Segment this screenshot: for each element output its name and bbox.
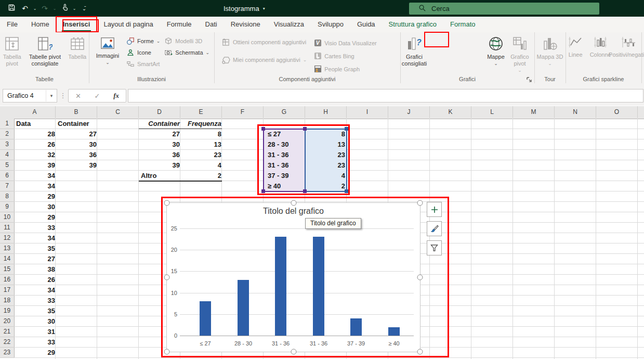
cell-D4[interactable]: 36 xyxy=(139,150,183,160)
touch-mouse-mode-icon[interactable] xyxy=(58,2,71,15)
pictures-dropdown-icon[interactable]: ⌄ xyxy=(106,59,110,66)
cell-A14[interactable]: 27 xyxy=(14,254,59,264)
undo-dropdown-icon[interactable]: ⌄ xyxy=(32,6,37,11)
cell-A15[interactable]: 38 xyxy=(14,264,59,275)
row-header-22[interactable]: 22 xyxy=(0,337,15,348)
tab-file[interactable]: File xyxy=(0,17,24,32)
column-header-L[interactable]: L xyxy=(471,106,513,118)
cell-A4[interactable]: 32 xyxy=(14,150,59,160)
touch-mode-dropdown-icon[interactable]: ⌄ xyxy=(72,6,77,11)
cell-D3[interactable]: 30 xyxy=(139,139,183,150)
row-header-5[interactable]: 5 xyxy=(0,160,15,171)
cell-A22[interactable]: 33 xyxy=(14,337,59,348)
column-header-A[interactable]: A xyxy=(14,106,56,118)
shapes-button[interactable]: Forme⌄ xyxy=(126,35,160,47)
cell-A10[interactable]: 29 xyxy=(14,212,59,223)
row-header-16[interactable]: 16 xyxy=(0,275,15,285)
cell-A2[interactable]: 28 xyxy=(14,129,59,139)
maps-button[interactable]: Mappe ⌄ xyxy=(484,33,507,76)
cell-E4[interactable]: 23 xyxy=(180,150,225,160)
row-header-18[interactable]: 18 xyxy=(0,296,15,306)
cell-B1[interactable]: Container xyxy=(56,119,99,129)
pictures-button[interactable]: Immagini ⌄ xyxy=(93,33,122,76)
document-title-dropdown-icon[interactable]: ▾ xyxy=(263,6,265,11)
cell-A19[interactable]: 35 xyxy=(14,306,59,316)
column-header-J[interactable]: J xyxy=(388,106,430,118)
recommended-pivot-button[interactable]: ? Tabelle pivot consigliate xyxy=(25,33,64,76)
cell-E6[interactable]: 2 xyxy=(180,171,225,181)
cell-A18[interactable]: 33 xyxy=(14,296,59,306)
tab-guida[interactable]: Guida xyxy=(350,17,382,32)
cell-A16[interactable]: 26 xyxy=(14,275,59,285)
name-box-dropdown-icon[interactable]: ▾ xyxy=(46,90,57,101)
customize-quick-access-icon[interactable]: ⌄̄ xyxy=(78,2,90,15)
cell-A5[interactable]: 39 xyxy=(14,160,59,171)
cancel-icon[interactable]: ✕ xyxy=(75,92,81,100)
row-header-1[interactable]: 1 xyxy=(0,119,15,129)
column-header-I[interactable]: I xyxy=(347,106,388,118)
cell-A9[interactable]: 30 xyxy=(14,202,59,212)
screenshot-button[interactable]: Schermata⌄ xyxy=(164,47,209,58)
tab-sviluppo[interactable]: Sviluppo xyxy=(311,17,350,32)
tab-formato[interactable]: Formato xyxy=(443,17,482,32)
column-header-M[interactable]: M xyxy=(513,106,555,118)
row-header-6[interactable]: 6 xyxy=(0,171,15,181)
cell-E2[interactable]: 8 xyxy=(180,129,225,139)
tab-struttura-grafico[interactable]: Struttura grafico xyxy=(382,17,444,32)
cell-D6[interactable]: Altro xyxy=(139,171,182,181)
enter-icon[interactable]: ✓ xyxy=(95,92,100,100)
row-header-7[interactable]: 7 xyxy=(0,181,15,191)
tab-revisione[interactable]: Revisione xyxy=(224,17,267,32)
cell-E5[interactable]: 4 xyxy=(180,160,225,171)
cell-A8[interactable]: 29 xyxy=(14,191,59,202)
row-header-14[interactable]: 14 xyxy=(0,254,15,264)
column-header-F[interactable]: F xyxy=(222,106,264,118)
cell-A13[interactable]: 35 xyxy=(14,243,59,254)
formula-input[interactable] xyxy=(128,89,643,102)
row-header-3[interactable]: 3 xyxy=(0,139,15,150)
name-box[interactable]: Grafico 4 ▾ xyxy=(3,89,57,102)
column-header-C[interactable]: C xyxy=(97,106,139,118)
maps-dropdown-icon[interactable]: ⌄ xyxy=(494,60,498,67)
tab-layout-di-pagina[interactable]: Layout di pagina xyxy=(97,17,160,32)
cell-A7[interactable]: 34 xyxy=(14,181,59,191)
cell-D5[interactable]: 39 xyxy=(139,160,183,171)
cell-E3[interactable]: 13 xyxy=(180,139,225,150)
column-header-O[interactable]: O xyxy=(596,106,638,118)
row-header-15[interactable]: 15 xyxy=(0,264,15,275)
column-header-B[interactable]: B xyxy=(56,106,97,118)
icons-button[interactable]: Icone xyxy=(126,47,160,58)
cell-A12[interactable]: 34 xyxy=(14,233,59,243)
cell-D2[interactable]: 27 xyxy=(139,129,183,139)
tab-formule[interactable]: Formule xyxy=(160,17,199,32)
cell-B5[interactable]: 39 xyxy=(56,160,100,171)
cell-A21[interactable]: 31 xyxy=(14,327,59,337)
row-header-9[interactable]: 9 xyxy=(0,202,15,212)
cell-B3[interactable]: 30 xyxy=(56,139,100,150)
row-header-8[interactable]: 8 xyxy=(0,191,15,202)
row-header-11[interactable]: 11 xyxy=(0,223,15,233)
cell-B2[interactable]: 27 xyxy=(56,129,100,139)
search-input[interactable]: Cerca xyxy=(409,3,599,15)
cell-A17[interactable]: 34 xyxy=(14,285,59,296)
cell-A1[interactable]: Data xyxy=(14,119,57,129)
undo-icon[interactable]: ↶ xyxy=(19,2,31,15)
cell-D1[interactable]: Container xyxy=(139,119,183,129)
row-header-13[interactable]: 13 xyxy=(0,243,15,254)
column-header-K[interactable]: K xyxy=(430,106,471,118)
row-header-20[interactable]: 20 xyxy=(0,316,15,327)
tab-dati[interactable]: Dati xyxy=(199,17,224,32)
column-header-N[interactable]: N xyxy=(555,106,596,118)
screenshot-dropdown-icon[interactable]: ⌄ xyxy=(206,50,210,55)
cell-A23[interactable]: 29 xyxy=(14,348,59,358)
column-header-D[interactable]: D xyxy=(139,106,180,118)
row-header-12[interactable]: 12 xyxy=(0,233,15,243)
row-header-2[interactable]: 2 xyxy=(0,129,15,139)
column-header-G[interactable]: G xyxy=(264,106,305,118)
shapes-dropdown-icon[interactable]: ⌄ xyxy=(156,39,161,44)
row-header-23[interactable]: 23 xyxy=(0,348,15,358)
cell-A3[interactable]: 26 xyxy=(14,139,59,150)
tab-visualizza[interactable]: Visualizza xyxy=(267,17,311,32)
insert-function-icon[interactable]: fx xyxy=(113,92,119,100)
row-header-21[interactable]: 21 xyxy=(0,327,15,337)
